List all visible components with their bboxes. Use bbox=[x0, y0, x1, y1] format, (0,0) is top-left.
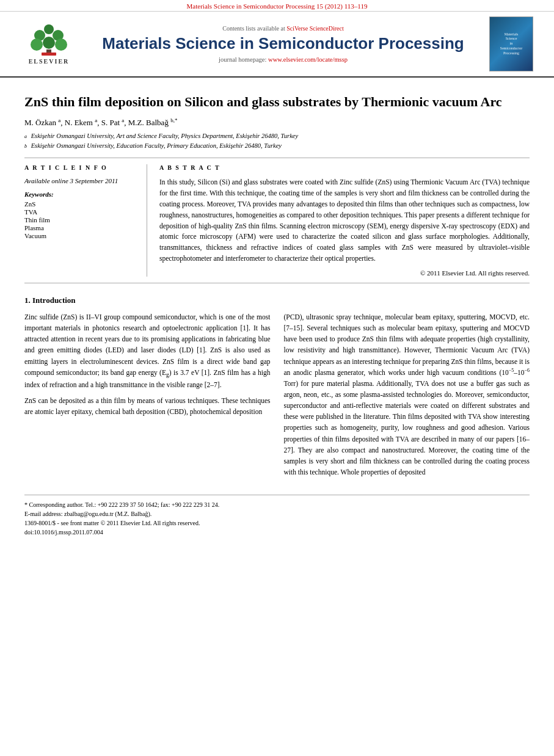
abstract-text: In this study, Silicon (Si) and glass su… bbox=[159, 177, 530, 264]
keyword-zns: ZnS bbox=[24, 200, 134, 208]
intro-p2: ZnS can be deposited as a thin film by m… bbox=[24, 395, 271, 417]
footer-notes: * Corresponding author. Tel.: +90 222 23… bbox=[24, 495, 530, 537]
affiliation-a: a Eskişehir Osmangazi University, Art an… bbox=[24, 131, 530, 141]
elsevier-tree-icon bbox=[31, 23, 67, 57]
divider-top bbox=[24, 158, 530, 158]
keyword-tva: TVA bbox=[24, 208, 134, 216]
homepage-link[interactable]: www.elsevier.com/locate/mssp bbox=[268, 56, 348, 63]
intro-col-right: (PCD), ultrasonic spray technique, molec… bbox=[284, 311, 530, 482]
abstract-label: A B S T R A C T bbox=[159, 164, 530, 171]
introduction-section: 1. Introduction Zinc sulfide (ZnS) is II… bbox=[24, 296, 530, 482]
authors-line: M. Özkan a, N. Ekem a, S. Pat a, M.Z. Ba… bbox=[24, 117, 530, 128]
affiliation-b: b Eskişehir Osmangazi University, Educat… bbox=[24, 141, 530, 151]
affiliations: a Eskişehir Osmangazi University, Art an… bbox=[24, 131, 530, 151]
svg-point-4 bbox=[43, 37, 55, 49]
svg-point-3 bbox=[31, 38, 43, 51]
available-online: Available online 3 September 2011 bbox=[24, 177, 134, 184]
svg-point-0 bbox=[44, 24, 54, 34]
intro-two-col: Zinc sulfide (ZnS) is II–VI group compou… bbox=[24, 311, 530, 482]
email-note: E-mail address: zbalbag@ogu.edu.tr (M.Z.… bbox=[24, 509, 530, 518]
doi-note: doi:10.1016/j.mssp.2011.07.004 bbox=[24, 528, 530, 537]
article-title: ZnS thin film deposition on Silicon and … bbox=[24, 93, 530, 111]
main-content: ZnS thin film deposition on Silicon and … bbox=[0, 78, 554, 549]
keywords-list: ZnS TVA Thin film Plasma Vacuum bbox=[24, 200, 134, 239]
cover-thumb-text: MaterialsScienceinSemiconductorProcessin… bbox=[500, 32, 522, 56]
keywords-label: Keywords: bbox=[24, 191, 134, 198]
issn-note: 1369-8001/$ - see front matter © 2011 El… bbox=[24, 518, 530, 528]
journal-header-center: Contents lists available at SciVerse Sci… bbox=[79, 25, 487, 62]
journal-cover-thumbnail: MaterialsScienceinSemiconductorProcessin… bbox=[489, 16, 533, 71]
elsevier-logo-area: ELSEVIER bbox=[18, 23, 79, 65]
journal-title: Materials Science in Semiconductor Proce… bbox=[79, 34, 487, 53]
elsevier-logo: ELSEVIER bbox=[29, 23, 70, 65]
journal-top-bar: Materials Science in Semiconductor Proce… bbox=[0, 0, 554, 12]
copyright-line: © 2011 Elsevier Ltd. All rights reserved… bbox=[159, 269, 530, 277]
sciverse-line: Contents lists available at SciVerse Sci… bbox=[79, 25, 487, 32]
article-info-col: A R T I C L E I N F O Available online 3… bbox=[24, 164, 134, 277]
vertical-divider bbox=[147, 164, 147, 277]
intro-p1: Zinc sulfide (ZnS) is II–VI group compou… bbox=[24, 311, 271, 390]
svg-point-5 bbox=[55, 38, 67, 51]
keyword-thin-film: Thin film bbox=[24, 216, 134, 224]
journal-citation: Materials Science in Semiconductor Proce… bbox=[187, 2, 368, 10]
article-info-abstract: A R T I C L E I N F O Available online 3… bbox=[24, 164, 530, 277]
divider-bottom bbox=[24, 283, 530, 283]
elsevier-text: ELSEVIER bbox=[29, 58, 70, 65]
journal-header: ELSEVIER Contents lists available at Sci… bbox=[0, 12, 554, 78]
journal-homepage: journal homepage: www.elsevier.com/locat… bbox=[79, 56, 487, 63]
journal-cover-area: MaterialsScienceinSemiconductorProcessin… bbox=[487, 16, 536, 71]
keyword-vacuum: Vacuum bbox=[24, 232, 134, 239]
intro-heading: 1. Introduction bbox=[24, 296, 530, 305]
sciverse-link[interactable]: SciVerse ScienceDirect bbox=[286, 25, 344, 32]
abstract-col: A B S T R A C T In this study, Silicon (… bbox=[159, 164, 530, 277]
article-info-label: A R T I C L E I N F O bbox=[24, 164, 134, 171]
corresponding-note: * Corresponding author. Tel.: +90 222 23… bbox=[24, 500, 530, 509]
keyword-plasma: Plasma bbox=[24, 224, 134, 231]
svg-rect-7 bbox=[42, 53, 56, 56]
intro-p3: (PCD), ultrasonic spray technique, molec… bbox=[284, 311, 530, 478]
intro-col-left: Zinc sulfide (ZnS) is II–VI group compou… bbox=[24, 311, 271, 482]
